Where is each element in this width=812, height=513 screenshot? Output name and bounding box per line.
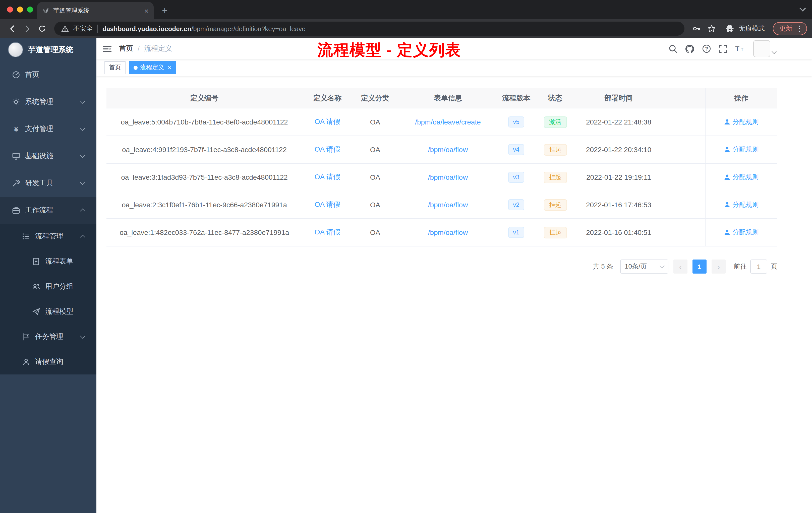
- pagination: 共 5 条 10条/页 ‹ 1 › 前往 页: [107, 260, 777, 274]
- security-label[interactable]: 不安全: [73, 24, 93, 33]
- cell-definition-id: oa_leave:3:1fad3d93-7b75-11ec-a3c8-acde4…: [107, 163, 302, 191]
- definition-name-link[interactable]: OA 请假: [315, 228, 341, 236]
- assign-rule-link[interactable]: 分配规则: [724, 145, 759, 154]
- reload-button[interactable]: [35, 22, 49, 36]
- fullscreen-icon[interactable]: [719, 44, 727, 53]
- cell-deploy-time: 2022-01-22 19:19:11: [576, 163, 661, 191]
- font-size-icon[interactable]: TT: [735, 45, 746, 53]
- browser-menu-update-button[interactable]: 更新 ⋮: [773, 22, 807, 35]
- tab-close-icon[interactable]: ×: [144, 7, 149, 14]
- cell-definition-id: oa_leave:1:482ec033-762a-11ec-8477-a2380…: [107, 219, 302, 246]
- avatar: [753, 40, 770, 57]
- col-status: 状态: [534, 88, 576, 108]
- gear-icon: [12, 98, 20, 106]
- maximize-window-button[interactable]: [27, 6, 33, 12]
- form-info-link[interactable]: /bpm/oa/flow: [428, 146, 468, 154]
- person-icon: [724, 174, 730, 180]
- breadcrumb-current: 流程定义: [144, 44, 172, 53]
- pagination-total: 共 5 条: [593, 262, 613, 271]
- next-page-button[interactable]: ›: [712, 260, 726, 274]
- sidebar-item[interactable]: 流程模型: [0, 299, 96, 324]
- col-filler: [661, 88, 705, 108]
- passwords-key-icon[interactable]: [690, 22, 703, 36]
- sidebar-item[interactable]: 用户分组: [0, 274, 96, 299]
- sidebar-item[interactable]: 首页: [0, 61, 96, 88]
- form-info-link[interactable]: /bpm/oa/leave/create: [415, 118, 481, 126]
- sidebar-item[interactable]: ¥ 支付管理: [0, 116, 96, 143]
- user-avatar-dropdown[interactable]: [753, 40, 776, 57]
- tools-icon: [12, 179, 20, 187]
- tab-search-chevron-icon[interactable]: [800, 5, 806, 11]
- status-badge: 激活: [544, 116, 567, 128]
- address-bar[interactable]: 不安全 dashboard.yudao.iocoder.cn/bpm/manag…: [54, 22, 685, 36]
- current-page-button[interactable]: 1: [693, 260, 706, 274]
- task-icon: [22, 333, 30, 341]
- incognito-badge: 无痕模式: [725, 24, 765, 34]
- kebab-menu-icon[interactable]: ⋮: [796, 24, 804, 33]
- github-icon[interactable]: [685, 44, 695, 54]
- person-icon: [724, 147, 730, 153]
- close-window-button[interactable]: [7, 6, 13, 12]
- search-icon[interactable]: [668, 44, 677, 53]
- tag-close-icon[interactable]: ×: [168, 64, 172, 71]
- assign-rule-link[interactable]: 分配规则: [724, 117, 759, 126]
- sidebar-item[interactable]: 工作流程: [0, 197, 96, 224]
- prev-page-button[interactable]: ‹: [673, 260, 688, 274]
- sidebar-item[interactable]: 基础设施: [0, 143, 96, 170]
- sidebar-logo[interactable]: 芋道管理系统: [0, 38, 96, 61]
- cell-filler: [661, 191, 705, 219]
- breadcrumb-home[interactable]: 首页: [119, 44, 133, 53]
- select-caret-icon: [660, 263, 665, 268]
- assign-rule-link[interactable]: 分配规则: [724, 173, 759, 182]
- sidebar-item[interactable]: 流程表单: [0, 249, 96, 274]
- form-info-link[interactable]: /bpm/oa/flow: [428, 229, 468, 236]
- definition-name-link[interactable]: OA 请假: [315, 145, 341, 153]
- person-icon: [724, 119, 730, 125]
- sidebar-item[interactable]: 任务管理: [0, 324, 96, 350]
- back-button[interactable]: [5, 22, 19, 36]
- cell-category: OA: [352, 191, 398, 219]
- version-badge: v5: [508, 117, 524, 127]
- definition-name-link[interactable]: OA 请假: [315, 173, 341, 181]
- minimize-window-button[interactable]: [17, 6, 23, 12]
- security-warning-icon[interactable]: [61, 25, 69, 32]
- goto-page-input[interactable]: [750, 260, 767, 274]
- hamburger-icon[interactable]: [103, 44, 112, 54]
- definition-name-link[interactable]: OA 请假: [315, 200, 341, 208]
- sidebar-item[interactable]: 请假查询: [0, 350, 96, 374]
- breadcrumb-separator: /: [138, 45, 140, 53]
- table-header-row: 定义编号 定义名称 定义分类 表单信息 流程版本 状态 部署时间 操作: [107, 88, 777, 108]
- sidebar-item[interactable]: 流程管理: [0, 224, 96, 249]
- tag[interactable]: 流程定义 ×: [129, 61, 176, 74]
- sidebar-menu: 首页 系统管理 ¥ 支付管理: [0, 61, 96, 374]
- assign-rule-link[interactable]: 分配规则: [724, 200, 759, 209]
- assign-rule-link[interactable]: 分配规则: [724, 228, 759, 237]
- chevron-icon: [80, 180, 85, 185]
- app-navbar: 首页 / 流程定义 流程模型 - 定义列表 ?: [96, 38, 812, 59]
- definition-name-link[interactable]: OA 请假: [315, 117, 341, 125]
- new-tab-button[interactable]: +: [159, 4, 171, 16]
- col-definition-id: 定义编号: [107, 88, 302, 108]
- sidebar-item[interactable]: 系统管理: [0, 88, 96, 116]
- status-badge: 挂起: [544, 227, 567, 238]
- table-row: oa_leave:4:991f2193-7b7f-11ec-a3c8-acde4…: [107, 136, 777, 163]
- cell-filler: [661, 136, 705, 163]
- person-icon: [724, 230, 730, 235]
- browser-tab[interactable]: 芋道管理系统 ×: [37, 2, 154, 19]
- form-info-link[interactable]: /bpm/oa/flow: [428, 173, 468, 181]
- table-body: oa_leave:5:004b710b-7b8a-11ec-8ef0-acde4…: [107, 108, 777, 246]
- form-icon: [32, 258, 40, 266]
- svg-text:T: T: [741, 47, 744, 52]
- omnibox-divider: [97, 25, 98, 33]
- url-text[interactable]: dashboard.yudao.iocoder.cn/bpm/manager/d…: [103, 25, 306, 32]
- page-annotation: 流程模型 - 定义列表: [317, 40, 461, 61]
- tag[interactable]: 首页 ×: [105, 61, 125, 74]
- bookmark-star-icon[interactable]: [704, 22, 719, 36]
- forward-button[interactable]: [20, 22, 34, 36]
- help-icon[interactable]: ?: [702, 44, 711, 53]
- col-deploy-time: 部署时间: [576, 88, 661, 108]
- main-area: 首页 / 流程定义 流程模型 - 定义列表 ?: [96, 38, 812, 513]
- page-size-select[interactable]: 10条/页: [620, 260, 668, 274]
- sidebar-item[interactable]: 研发工具: [0, 170, 96, 197]
- form-info-link[interactable]: /bpm/oa/flow: [428, 201, 468, 209]
